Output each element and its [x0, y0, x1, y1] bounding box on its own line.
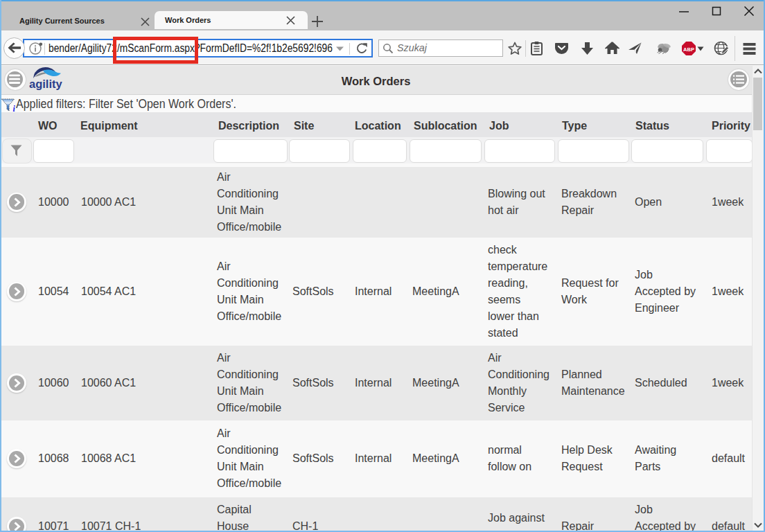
svg-text:ABP: ABP	[683, 46, 694, 53]
svg-text:i: i	[13, 104, 16, 112]
